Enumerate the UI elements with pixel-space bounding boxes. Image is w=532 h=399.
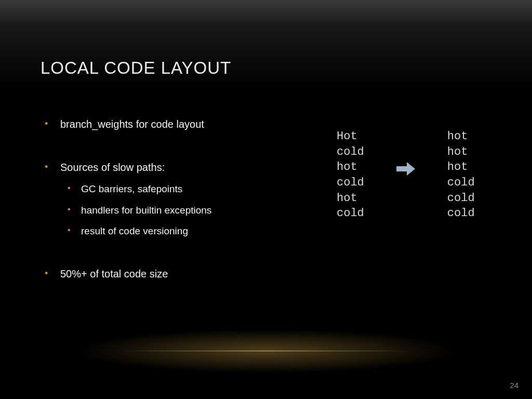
diagram-cell: Hot [337,129,364,144]
content-area: branch_weights for code layout Sources o… [41,117,321,287]
bullet-item: 50%+ of total code size [41,267,321,282]
sub-bullet-item: handlers for builtin exceptions [60,204,321,218]
sub-bullet-item: result of code versioning [60,224,321,238]
slide: LOCAL CODE LAYOUT branch_weights for cod… [0,0,532,399]
bullet-item: Sources of slow paths: GC barriers, safe… [41,160,321,238]
diagram-cell: cold [447,206,475,221]
page-number: 24 [510,381,518,390]
diagram-cell: hot [447,144,475,160]
diagram-cell: hot [447,159,475,175]
sub-bullet-item: GC barriers, safepoints [60,182,321,196]
diagram-right-column: hot hot hot cold cold cold [447,129,475,221]
diagram-cell: hot [337,191,364,206]
diagram-cell: cold [447,191,475,206]
diagram-cell: hot [337,159,364,175]
glow-divider [119,351,413,351]
bullet-item: branch_weights for code layout [41,117,321,132]
slide-title: LOCAL CODE LAYOUT [41,58,231,78]
svg-marker-0 [396,162,415,176]
diagram-cell: cold [447,175,475,191]
diagram-cell: cold [337,175,364,191]
diagram-cell: cold [337,144,364,160]
diagram-cell: hot [447,129,475,144]
layout-diagram: Hot cold hot cold hot cold hot hot hot c… [337,129,475,221]
diagram-cell: cold [337,206,364,221]
bullet-label: Sources of slow paths: [60,162,165,173]
arrow-right-icon [396,162,415,176]
diagram-left-column: Hot cold hot cold hot cold [337,129,364,221]
